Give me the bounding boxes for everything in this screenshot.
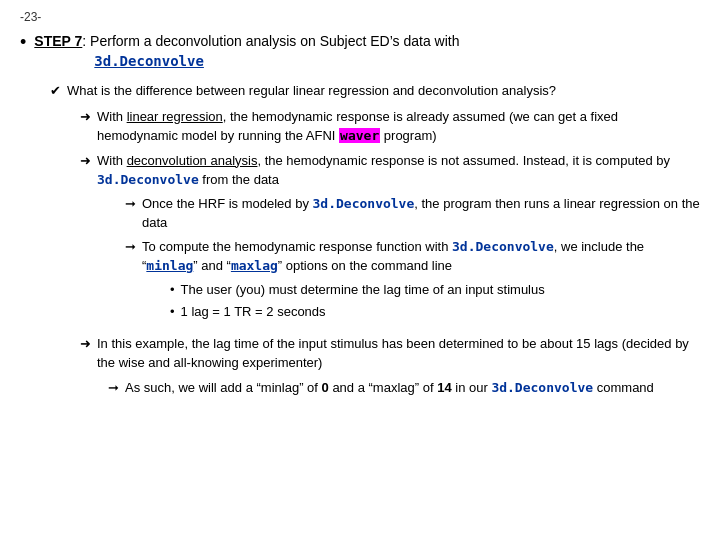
c1-item: • The user (you) must determine the lag … — [170, 280, 700, 300]
level3b-section: ➞ As such, we will add a “minlag” of 0 a… — [108, 378, 700, 398]
c1-bullet: • — [170, 280, 175, 300]
a3-arrow: ➜ — [80, 334, 91, 354]
c2-bullet: • — [170, 302, 175, 322]
d1-cmd: 3d.Deconvolve — [491, 380, 593, 395]
a2-cmd: 3d.Deconvolve — [97, 172, 199, 187]
b2-maxlag: maxlag — [231, 258, 278, 273]
a2-arrow: ➜ — [80, 151, 91, 171]
b2-mid2: ” and “ — [193, 258, 231, 273]
step-cmd: 3d.Deconvolve — [94, 53, 204, 69]
a1-content: With linear regression, the hemodynamic … — [97, 107, 700, 146]
a2-prefix: With — [97, 153, 127, 168]
main-bullet-dot: • — [20, 32, 26, 54]
c1-content: The user (you) must determine the lag ti… — [181, 280, 545, 300]
b2-cmd: 3d.Deconvolve — [452, 239, 554, 254]
step-cmd-indent: 3d.Deconvolve — [94, 53, 204, 69]
b1-prefix: Once the HRF is modeled by — [142, 196, 313, 211]
a3-item: ➜ In this example, the lag time of the i… — [80, 334, 700, 373]
d1-prefix: As such, we will add a “minlag” of — [125, 380, 322, 395]
b2-arrow: ➞ — [125, 237, 136, 257]
page-number: -23- — [20, 10, 700, 24]
d1-num: 0 — [322, 380, 329, 395]
b1-item: ➞ Once the HRF is modeled by 3d.Deconvol… — [125, 194, 700, 233]
d1-num2: 14 — [437, 380, 451, 395]
d1-suffix: in our — [452, 380, 492, 395]
level1-section: ✔ What is the difference between regular… — [50, 81, 700, 397]
a2-text: , the hemodynamic response is not assume… — [257, 153, 670, 168]
d1-mid: and a “maxlag” of — [329, 380, 437, 395]
a2-item: ➜ With deconvolution analysis, the hemod… — [80, 151, 700, 329]
c2-item: • 1 lag = 1 TR = 2 seconds — [170, 302, 700, 322]
level4-section: • The user (you) must determine the lag … — [170, 280, 700, 322]
a2-content: With deconvolution analysis, the hemodyn… — [97, 151, 700, 329]
d1-content: As such, we will add a “minlag” of 0 and… — [125, 378, 654, 398]
b1-cmd: 3d.Deconvolve — [313, 196, 415, 211]
a2-suffix: from the data — [199, 172, 279, 187]
q1-item: ✔ What is the difference between regular… — [50, 81, 700, 101]
d1-arrow: ➞ — [108, 378, 119, 398]
b1-content: Once the HRF is modeled by 3d.Deconvolve… — [142, 194, 700, 233]
c2-content: 1 lag = 1 TR = 2 seconds — [181, 302, 326, 322]
b2-item: ➞ To compute the hemodynamic response fu… — [125, 237, 700, 325]
b2-minlag: minlag — [146, 258, 193, 273]
q1-content: What is the difference between regular l… — [67, 81, 556, 101]
step-label: STEP 7 — [34, 33, 82, 49]
main-bullet: • STEP 7: Perform a deconvolution analys… — [20, 32, 700, 71]
a3-content: In this example, the lag time of the inp… — [97, 334, 700, 373]
a1-item: ➜ With linear regression, the hemodynami… — [80, 107, 700, 146]
q1-arrow: ✔ — [50, 81, 61, 101]
b2-content: To compute the hemodynamic response func… — [142, 237, 700, 325]
step-text: : Perform a deconvolution analysis on Su… — [82, 33, 459, 49]
a1-suffix: program) — [380, 128, 436, 143]
a1-link: linear regression — [127, 109, 223, 124]
d1-end: command — [593, 380, 654, 395]
a2-link: deconvolution analysis — [127, 153, 258, 168]
a1-prefix: With — [97, 109, 127, 124]
b2-end: ” options on the command line — [278, 258, 452, 273]
level3-section: ➞ Once the HRF is modeled by 3d.Deconvol… — [125, 194, 700, 325]
level2-section: ➜ With linear regression, the hemodynami… — [80, 107, 700, 398]
step-heading: STEP 7: Perform a deconvolution analysis… — [34, 32, 459, 71]
b1-arrow: ➞ — [125, 194, 136, 214]
a1-cmd: waver — [339, 128, 380, 143]
b2-prefix: To compute the hemodynamic response func… — [142, 239, 452, 254]
a1-arrow: ➜ — [80, 107, 91, 127]
d1-item: ➞ As such, we will add a “minlag” of 0 a… — [108, 378, 700, 398]
